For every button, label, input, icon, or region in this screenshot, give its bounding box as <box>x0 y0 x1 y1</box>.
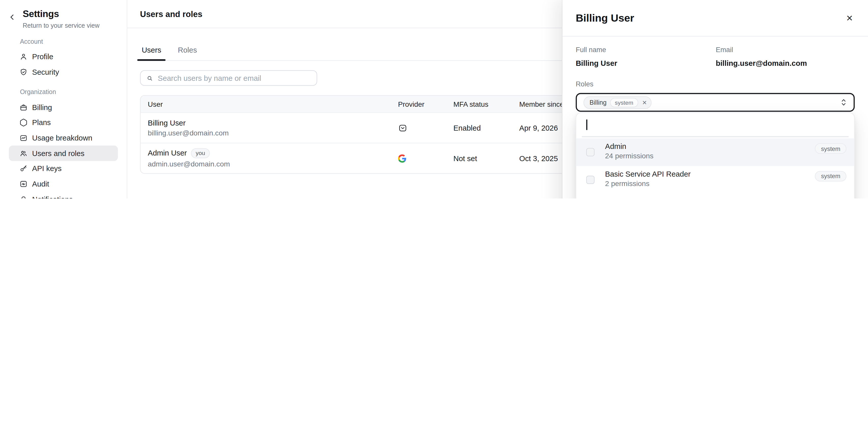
tab-roles[interactable]: Roles <box>174 43 202 61</box>
system-badge: system <box>610 98 639 107</box>
field-email: Email billing.user@domain.com <box>716 46 855 68</box>
activity-icon <box>19 180 28 188</box>
column-header-provider[interactable]: Provider <box>398 100 453 108</box>
sidebar-section-account: Account Profile Security <box>0 38 127 80</box>
user-email: billing.user@domain.com <box>148 129 398 137</box>
sidebar-section-organization: Organization Billing Plans Usage breakdo… <box>0 89 127 198</box>
sidebar-item-label: Plans <box>32 119 51 127</box>
roles-label: Roles <box>576 80 855 88</box>
sidebar-subtitle[interactable]: Return to your service view <box>23 22 121 29</box>
sidebar-item-plans[interactable]: Plans <box>9 115 118 130</box>
back-chevron-icon[interactable] <box>8 13 17 22</box>
roles-option-list: Admin 24 permissions system Basic Servic… <box>577 137 854 198</box>
checkbox-unchecked[interactable] <box>586 148 595 156</box>
sidebar-item-billing[interactable]: Billing <box>9 100 118 115</box>
roles-multiselect[interactable]: Billing system ✕ <box>576 93 855 112</box>
search-icon <box>146 74 153 81</box>
sidebar-item-profile[interactable]: Profile <box>9 49 118 65</box>
sidebar: Settings Return to your service view Acc… <box>0 0 127 198</box>
user-cell: Billing User billing.user@domain.com <box>141 119 398 137</box>
field-label: Full name <box>576 46 716 54</box>
page-title: Users and roles <box>140 9 203 19</box>
roles-filter-input[interactable] <box>577 113 854 136</box>
user-name: Admin Useryou <box>148 148 398 159</box>
tab-users[interactable]: Users <box>137 43 166 61</box>
role-option-basic-service-reader[interactable]: Basic Service Reader 6 permissions syste… <box>577 193 854 198</box>
user-icon <box>19 53 28 61</box>
user-name: Billing User <box>148 119 398 127</box>
selected-role-tag: Billing system ✕ <box>584 96 651 109</box>
hexagon-icon <box>19 119 28 127</box>
sidebar-header: Settings Return to your service view <box>0 9 127 29</box>
sidebar-item-label: Audit <box>32 180 49 188</box>
users-icon <box>19 149 28 158</box>
field-full-name: Full name Billing User <box>576 46 716 68</box>
sidebar-item-label: Notifications <box>32 195 73 198</box>
role-option-admin[interactable]: Admin 24 permissions system <box>577 138 854 166</box>
section-label: Organization <box>9 89 118 95</box>
field-value: Billing User <box>576 59 716 68</box>
sidebar-item-audit[interactable]: Audit <box>9 176 118 192</box>
panel-body: Full name Billing User Email billing.use… <box>562 37 868 112</box>
sidebar-item-label: Billing <box>32 103 52 112</box>
mfa-status: Not set <box>453 154 519 162</box>
panel-title: Billing User <box>576 12 634 24</box>
user-email: admin.user@domain.com <box>148 160 398 168</box>
column-header-user[interactable]: User <box>141 100 398 108</box>
close-icon[interactable]: ✕ <box>846 13 853 23</box>
user-fields: Full name Billing User Email billing.use… <box>576 46 855 68</box>
key-icon <box>19 165 28 173</box>
sidebar-item-api-keys[interactable]: API keys <box>9 161 118 176</box>
text-caret <box>586 119 587 130</box>
shield-check-icon <box>19 68 28 76</box>
sidebar-item-label: Usage breakdown <box>32 134 92 142</box>
user-detail-panel: Billing User ✕ Full name Billing User Em… <box>562 0 868 198</box>
remove-tag-icon[interactable]: ✕ <box>642 99 647 106</box>
search-input[interactable] <box>158 74 311 82</box>
sidebar-item-notifications[interactable]: Notifications <box>9 192 118 198</box>
mfa-status: Enabled <box>453 124 519 132</box>
sidebar-item-label: Security <box>32 68 59 76</box>
column-header-mfa[interactable]: MFA status <box>453 100 519 108</box>
mail-provider-icon <box>398 123 453 132</box>
field-label: Email <box>716 46 855 54</box>
billing-icon <box>19 103 28 112</box>
sidebar-item-usage-breakdown[interactable]: Usage breakdown <box>9 130 118 145</box>
system-badge: system <box>815 143 846 154</box>
search-box <box>140 70 317 86</box>
panel-header: Billing User ✕ <box>562 0 868 37</box>
sidebar-item-label: Profile <box>32 53 53 61</box>
sidebar-item-label: Users and roles <box>32 149 85 158</box>
google-provider-icon <box>398 154 453 162</box>
selected-role-name: Billing <box>590 99 607 106</box>
role-option-basic-service-api-reader[interactable]: Basic Service API Reader 2 permissions s… <box>577 166 854 193</box>
sidebar-title: Settings <box>23 9 121 20</box>
chevron-up-down-icon <box>840 98 847 107</box>
user-cell: Admin Useryou admin.user@domain.com <box>141 148 398 168</box>
roles-dropdown: Admin 24 permissions system Basic Servic… <box>576 112 855 198</box>
app: Settings Return to your service view Acc… <box>0 0 868 198</box>
chart-frame-icon <box>19 134 28 142</box>
sidebar-item-security[interactable]: Security <box>9 65 118 80</box>
sidebar-item-users-and-roles[interactable]: Users and roles <box>9 146 118 161</box>
bell-icon <box>19 195 28 198</box>
you-badge: you <box>191 148 210 159</box>
section-label: Account <box>9 38 118 45</box>
sidebar-item-label: API keys <box>32 165 62 173</box>
field-value: billing.user@domain.com <box>716 59 855 68</box>
system-badge: system <box>815 171 846 181</box>
checkbox-unchecked[interactable] <box>586 176 595 184</box>
